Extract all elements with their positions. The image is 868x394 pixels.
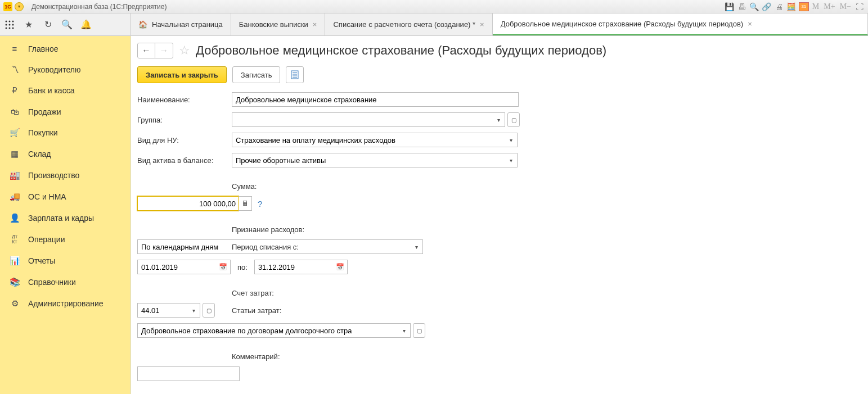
chevron-down-icon[interactable]: ▾	[398, 323, 411, 338]
calendar-icon[interactable]: 📅	[216, 260, 231, 274]
dtkt-icon: ДтКт	[9, 234, 20, 244]
apps-icon[interactable]	[3, 19, 16, 31]
chevron-down-icon[interactable]: ▾	[493, 112, 505, 127]
link-icon[interactable]: 🔗	[762, 2, 772, 12]
content-area: ← → ☆ Добровольное медицинское страхован…	[131, 36, 868, 394]
sidebar-item-purchases[interactable]: 🛒Покупки	[0, 122, 130, 143]
title-bar: 1C ▾ Демонстрационная база (1С:Предприят…	[0, 0, 868, 13]
sidebar-item-admin[interactable]: ⚙Администрирование	[0, 293, 130, 314]
bell-icon[interactable]: 🔔	[80, 19, 92, 31]
svg-point-3	[6, 24, 7, 25]
sidebar-item-label: Главное	[28, 44, 59, 53]
tab-label: Начальная страница	[152, 20, 223, 29]
sidebar-item-sales[interactable]: 🛍Продажи	[0, 101, 130, 122]
stat-label: Статьи затрат:	[232, 306, 700, 315]
nav-back-button[interactable]: ←	[137, 43, 155, 58]
calc-icon[interactable]: 🧮	[786, 2, 797, 12]
sidebar-item-catalogs[interactable]: 📚Справочники	[0, 271, 130, 293]
sidebar-item-bank[interactable]: ₽Банк и касса	[0, 80, 130, 101]
calendar-icon[interactable]: 📅	[333, 260, 348, 274]
help-icon[interactable]: ?	[258, 199, 262, 209]
sum-input[interactable]	[137, 196, 239, 211]
open-icon[interactable]: ▢	[203, 303, 215, 318]
period-to-input[interactable]	[254, 260, 333, 274]
open-icon[interactable]: ▢	[507, 112, 520, 127]
sidebar-item-warehouse[interactable]: ▦Склад	[0, 143, 130, 165]
account-label: Счет затрат:	[232, 289, 700, 297]
save-button[interactable]: Записать	[232, 66, 281, 83]
close-icon[interactable]: ×	[748, 20, 752, 28]
svg-point-5	[12, 24, 14, 25]
asset-label: Вид актива в балансе:	[137, 156, 227, 165]
print2-icon[interactable]: 🖨	[774, 2, 784, 12]
tab-dms[interactable]: Добровольное медицинское страхование (Ра…	[493, 13, 868, 35]
tab-bank-statements[interactable]: Банковские выписки ×	[231, 13, 326, 35]
svg-point-0	[6, 20, 7, 22]
close-icon[interactable]: ×	[480, 20, 484, 29]
period-label: Период списания с:	[232, 243, 700, 251]
favorite-star-icon[interactable]: ☆	[179, 43, 190, 58]
svg-point-4	[9, 24, 11, 25]
sidebar: ≡Главное 〽Руководителю ₽Банк и касса 🛍Пр…	[0, 36, 131, 394]
sidebar-item-label: Склад	[28, 150, 51, 158]
group-input[interactable]	[232, 112, 493, 127]
menu-icon: ≡	[9, 44, 20, 53]
calendar-icon[interactable]: 31	[799, 2, 809, 11]
list-button[interactable]	[286, 66, 304, 83]
chevron-down-icon[interactable]: ▾	[505, 153, 518, 167]
name-input[interactable]	[232, 92, 519, 107]
sidebar-item-label: Руководителю	[28, 65, 80, 74]
svg-point-1	[9, 20, 11, 22]
stat-input[interactable]	[137, 323, 398, 338]
history-icon[interactable]: ↻	[42, 19, 54, 31]
bars-icon: 📊	[9, 256, 20, 266]
chevron-down-icon[interactable]: ▾	[188, 303, 200, 318]
name-label: Наименование:	[137, 96, 227, 104]
print-icon[interactable]: 🖶	[737, 2, 747, 12]
close-icon[interactable]: ×	[313, 20, 317, 29]
nu-label: Вид для НУ:	[137, 136, 227, 144]
tab-writeoff[interactable]: Списание с расчетного счета (создание) *…	[325, 13, 492, 35]
app-menu-dropdown[interactable]: ▾	[15, 2, 24, 11]
asset-input[interactable]	[232, 153, 505, 167]
zoom-mplus-icon[interactable]: M+	[822, 2, 836, 11]
zoom-m-icon[interactable]: M	[811, 2, 820, 11]
bag-icon: 🛍	[9, 107, 20, 116]
page-title: Добровольное медицинское страхование (Ра…	[196, 43, 606, 58]
calculator-icon[interactable]: 🖩	[239, 196, 252, 211]
nu-input[interactable]	[232, 133, 505, 147]
sidebar-item-label: Производство	[28, 171, 79, 180]
save-close-button[interactable]: Записать и закрыть	[137, 66, 227, 83]
sidebar-item-main[interactable]: ≡Главное	[0, 38, 130, 59]
save-icon[interactable]: 💾	[725, 2, 735, 12]
open-icon[interactable]: ▢	[413, 323, 425, 338]
tab-home[interactable]: 🏠 Начальная страница	[131, 13, 231, 35]
sidebar-item-production[interactable]: 🏭Производство	[0, 165, 130, 186]
sidebar-item-assets[interactable]: 🚚ОС и НМА	[0, 186, 130, 207]
svg-point-8	[12, 27, 14, 29]
period-from-input[interactable]	[137, 260, 216, 274]
svg-point-6	[6, 27, 7, 29]
sidebar-item-reports[interactable]: 📊Отчеты	[0, 250, 130, 271]
books-icon: 📚	[9, 277, 20, 287]
factory-icon: 🏭	[9, 170, 20, 180]
main-toolbar: ★ ↻ 🔍 🔔 🏠 Начальная страница Банковские …	[0, 13, 868, 36]
window-title: Демонстрационная база (1С:Предприятие)	[32, 3, 167, 11]
chevron-down-icon[interactable]: ▾	[505, 133, 518, 147]
sidebar-item-label: Покупки	[28, 128, 58, 137]
comment-input[interactable]	[137, 366, 240, 381]
recognition-label: Признание расходов:	[232, 225, 700, 234]
nav-forward-button[interactable]: →	[155, 43, 173, 58]
tab-label: Списание с расчетного счета (создание) *	[333, 20, 475, 29]
zoom-mminus-icon[interactable]: M−	[839, 2, 852, 11]
sidebar-item-operations[interactable]: ДтКтОперации	[0, 229, 130, 250]
search-icon[interactable]: 🔍	[61, 19, 73, 31]
favorite-icon[interactable]: ★	[23, 19, 35, 31]
sidebar-item-label: ОС и НМА	[28, 192, 66, 201]
fullscreen-icon[interactable]: ⛶	[854, 2, 865, 12]
sidebar-item-hr[interactable]: 👤Зарплата и кадры	[0, 207, 130, 229]
sidebar-item-manager[interactable]: 〽Руководителю	[0, 59, 130, 80]
boxes-icon: ▦	[9, 149, 20, 159]
account-input[interactable]	[137, 303, 188, 318]
search-doc-icon[interactable]: 🔍	[749, 2, 759, 12]
